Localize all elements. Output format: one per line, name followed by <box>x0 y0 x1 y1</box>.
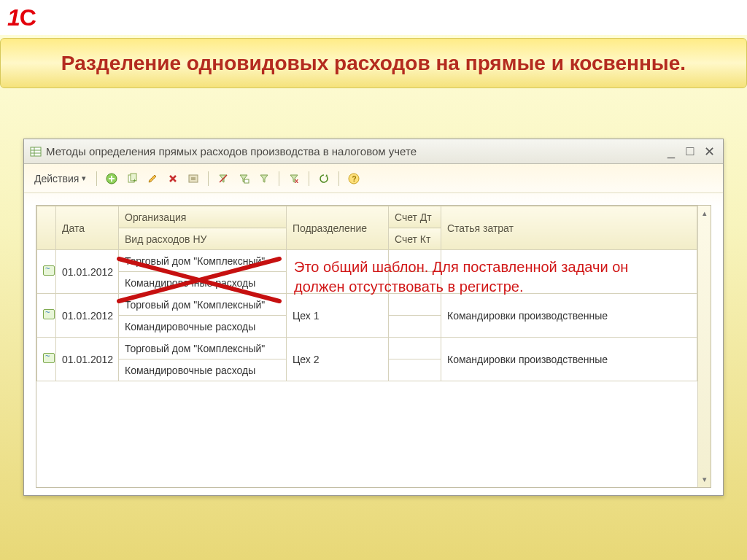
col-acc-kt[interactable]: Счет Кт <box>389 228 441 250</box>
cell-acc-kt <box>389 316 441 338</box>
close-button[interactable]: ✕ <box>701 144 717 160</box>
delete-icon[interactable] <box>164 170 182 187</box>
annotation-line1: Это общий шаблон. Для поставленной задач… <box>294 257 628 277</box>
cell-acc-dt <box>389 294 441 316</box>
svg-text:+: + <box>133 177 136 184</box>
svg-rect-9 <box>191 177 196 180</box>
cell-dept: Цех 1 <box>287 294 389 338</box>
cell-cat: Командировки производственные <box>441 294 697 338</box>
cell-date: 01.01.2012 <box>56 294 119 338</box>
col-vid[interactable]: Вид расходов НУ <box>119 228 287 250</box>
edit-icon[interactable] <box>144 170 161 187</box>
cell-org: Торговый дом "Комплексный" <box>119 250 287 272</box>
maximize-button[interactable]: □ <box>682 144 698 160</box>
filter-icon[interactable] <box>255 170 273 187</box>
cell-acc-kt <box>389 359 441 381</box>
col-date[interactable]: Дата <box>56 206 119 250</box>
svg-rect-11 <box>244 179 249 183</box>
window-title: Методы определения прямых расходов произ… <box>46 145 417 158</box>
window-body: Действия + <box>24 164 723 495</box>
col-cat[interactable]: Статья затрат <box>441 206 697 250</box>
actions-menu[interactable]: Действия <box>30 171 90 186</box>
logo-1c: 1C <box>7 4 36 31</box>
post-icon[interactable] <box>185 170 202 187</box>
filter-off-icon[interactable] <box>214 170 232 187</box>
row-marker-icon <box>43 353 55 363</box>
toolbar-separator <box>96 171 97 186</box>
clear-filter-icon[interactable]: x <box>285 170 303 187</box>
cell-org: Торговый дом "Комплексный" <box>119 294 287 316</box>
copy-icon[interactable]: + <box>123 170 141 187</box>
scroll-down-icon[interactable]: ▾ <box>703 475 707 484</box>
annotation-text: Это общий шаблон. Для поставленной задач… <box>294 257 628 297</box>
slide-title-band: Разделение одновидовых расходов на прямы… <box>0 38 747 88</box>
register-window: Методы определения прямых расходов произ… <box>23 139 724 496</box>
window-titlebar: Методы определения прямых расходов произ… <box>24 139 723 164</box>
cell-dept: Цех 2 <box>287 338 389 381</box>
toolbar: Действия + <box>24 164 723 193</box>
toolbar-separator <box>208 171 209 186</box>
svg-text:x: x <box>295 177 298 184</box>
register-icon <box>30 146 42 158</box>
toolbar-separator <box>338 171 339 186</box>
slide-title: Разделение одновидовых расходов на прямы… <box>15 50 732 76</box>
cell-date: 01.01.2012 <box>56 338 119 381</box>
filter-field-icon[interactable] <box>235 170 252 187</box>
cell-vid: Командировочные расходы <box>119 316 287 338</box>
svg-rect-0 <box>31 147 41 156</box>
toolbar-separator <box>279 171 279 186</box>
cell-acc-dt <box>389 338 441 359</box>
grid-area: Дата Организация Подразделение Счет Дт С… <box>24 193 723 495</box>
refresh-icon[interactable] <box>315 170 333 187</box>
cell-vid: Командировочные расходы <box>119 272 287 294</box>
table-row[interactable]: 01.01.2012 Торговый дом "Комплексный" Це… <box>37 294 697 316</box>
help-icon[interactable]: ? <box>345 170 363 187</box>
scroll-up-icon[interactable]: ▴ <box>703 209 707 218</box>
row-marker-icon <box>43 265 55 276</box>
minimize-button[interactable]: _ <box>663 144 679 160</box>
table-row[interactable]: 01.01.2012 Торговый дом "Комплексный" Це… <box>37 338 697 359</box>
row-marker-icon <box>43 309 55 319</box>
col-org[interactable]: Организация <box>119 206 287 228</box>
cell-date: 01.01.2012 <box>56 250 119 294</box>
top-header: 1C <box>0 0 747 35</box>
cell-cat: Командировки производственные <box>441 338 697 381</box>
vertical-scrollbar[interactable]: ▴ ▾ <box>697 206 711 487</box>
cell-vid: Командировочные расходы <box>119 359 287 381</box>
annotation-line2: должен отсутствовать в регистре. <box>294 277 628 297</box>
svg-text:?: ? <box>352 175 357 183</box>
cell-org: Торговый дом "Комплексный" <box>119 338 287 359</box>
toolbar-separator <box>309 171 309 186</box>
col-dept[interactable]: Подразделение <box>287 206 389 250</box>
col-acc-dt[interactable]: Счет Дт <box>389 206 441 228</box>
col-marker[interactable] <box>37 206 56 250</box>
grid-header-row-1: Дата Организация Подразделение Счет Дт С… <box>37 206 697 228</box>
add-icon[interactable] <box>103 170 120 187</box>
grid-frame: Дата Организация Подразделение Счет Дт С… <box>36 205 711 488</box>
